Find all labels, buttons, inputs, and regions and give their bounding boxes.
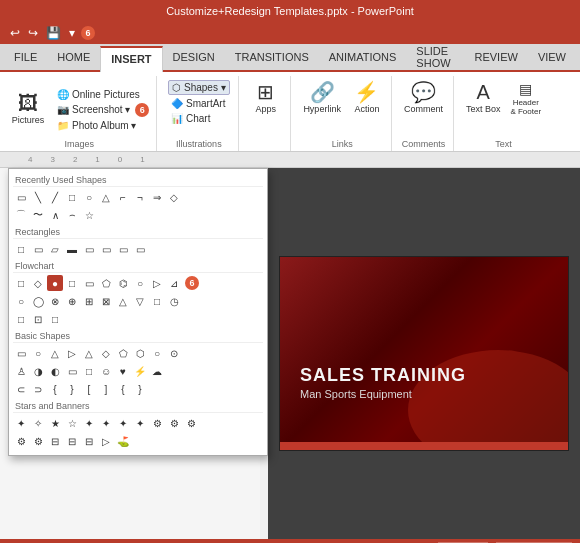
star-5[interactable]: ✦	[81, 415, 97, 431]
star-2[interactable]: ✧	[30, 415, 46, 431]
shape-circle[interactable]: ○	[81, 189, 97, 205]
basic-32[interactable]: ⊃	[30, 381, 46, 397]
shape-corner2[interactable]: ¬	[132, 189, 148, 205]
shape-corner1[interactable]: ⌐	[115, 189, 131, 205]
flow-29[interactable]: □	[149, 293, 165, 309]
basic-38[interactable]: }	[132, 381, 148, 397]
banner-3[interactable]: ⊟	[81, 433, 97, 449]
star-8[interactable]: ✦	[132, 415, 148, 431]
tab-design[interactable]: DESIGN	[163, 44, 225, 70]
rect-3[interactable]: ▱	[47, 241, 63, 257]
shape-wave[interactable]: 〜	[30, 207, 46, 223]
apps-button[interactable]: ⊞ Apps	[248, 80, 284, 116]
chart-button[interactable]: 📊 Chart	[168, 112, 213, 125]
banner-2[interactable]: ⊟	[64, 433, 80, 449]
flow-22[interactable]: ◯	[30, 293, 46, 309]
basic-36[interactable]: ]	[98, 381, 114, 397]
flow-33[interactable]: □	[47, 311, 63, 327]
shape-star[interactable]: ☆	[81, 207, 97, 223]
rect-7[interactable]: ▭	[115, 241, 131, 257]
basic-37[interactable]: {	[115, 381, 131, 397]
action-button[interactable]: ⚡ Action	[349, 80, 385, 116]
basic-2[interactable]: ○	[30, 345, 46, 361]
shapes-button[interactable]: ⬡ Shapes ▾	[168, 80, 230, 95]
basic-35[interactable]: [	[81, 381, 97, 397]
shape-caret[interactable]: ∧	[47, 207, 63, 223]
gear-3[interactable]: ⚙	[183, 415, 199, 431]
basic-22[interactable]: ◑	[30, 363, 46, 379]
save-icon[interactable]: 💾	[44, 24, 63, 42]
flow-28[interactable]: ▽	[132, 293, 148, 309]
rect-1[interactable]: □	[13, 241, 29, 257]
flow-21[interactable]: ○	[13, 293, 29, 309]
basic-6[interactable]: ◇	[98, 345, 114, 361]
basic-21[interactable]: ♙	[13, 363, 29, 379]
tab-view[interactable]: VIEW	[528, 44, 576, 70]
flow-25[interactable]: ⊞	[81, 293, 97, 309]
rect-5[interactable]: ▭	[81, 241, 97, 257]
basic-25[interactable]: □	[81, 363, 97, 379]
basic-23[interactable]: ◐	[47, 363, 63, 379]
shape-diamond[interactable]: ◇	[166, 189, 182, 205]
basic-9[interactable]: ○	[149, 345, 165, 361]
smartart-button[interactable]: 🔷 SmartArt	[168, 97, 228, 110]
basic-29[interactable]: ☁	[149, 363, 165, 379]
shape-tri[interactable]: △	[98, 189, 114, 205]
rect-8[interactable]: ▭	[132, 241, 148, 257]
basic-28[interactable]: ⚡	[132, 363, 148, 379]
flow-8[interactable]: ○	[132, 275, 148, 291]
star-3[interactable]: ★	[47, 415, 63, 431]
shape-line1[interactable]: ╲	[30, 189, 46, 205]
screenshot-button[interactable]: 📷 Screenshot ▾ 6	[54, 102, 152, 118]
tab-slideshow[interactable]: SLIDE SHOW	[406, 44, 464, 70]
shape-arrow[interactable]: ⇒	[149, 189, 165, 205]
comment-button[interactable]: 💬 Comment	[400, 80, 447, 116]
flow-6[interactable]: ⬠	[98, 275, 114, 291]
flow-7[interactable]: ⌬	[115, 275, 131, 291]
flow-1[interactable]: □	[13, 275, 29, 291]
flow-23[interactable]: ⊗	[47, 293, 63, 309]
basic-31[interactable]: ⊂	[13, 381, 29, 397]
redo-icon[interactable]: ↪	[26, 24, 40, 42]
shape-line2[interactable]: ╱	[47, 189, 63, 205]
shape-arc2[interactable]: ⌢	[64, 207, 80, 223]
basic-3[interactable]: △	[47, 345, 63, 361]
star-7[interactable]: ✦	[115, 415, 131, 431]
flow-10[interactable]: ⊿	[166, 275, 182, 291]
banner-4[interactable]: ▷	[98, 433, 114, 449]
basic-7[interactable]: ⬠	[115, 345, 131, 361]
rect-6[interactable]: ▭	[98, 241, 114, 257]
tab-animations[interactable]: ANIMATIONS	[319, 44, 407, 70]
basic-34[interactable]: }	[64, 381, 80, 397]
basic-1[interactable]: ▭	[13, 345, 29, 361]
gear-1[interactable]: ⚙	[149, 415, 165, 431]
hyperlink-button[interactable]: 🔗 Hyperlink	[299, 80, 345, 116]
flow-5[interactable]: ▭	[81, 275, 97, 291]
tab-transitions[interactable]: TRANSITIONS	[225, 44, 319, 70]
gear-4[interactable]: ⚙	[13, 433, 29, 449]
gear-5[interactable]: ⚙	[30, 433, 46, 449]
basic-5[interactable]: △	[81, 345, 97, 361]
star-1[interactable]: ✦	[13, 415, 29, 431]
shape-square[interactable]: □	[64, 189, 80, 205]
banner-5[interactable]: ⛳	[115, 433, 131, 449]
basic-10[interactable]: ⊙	[166, 345, 182, 361]
flow-32[interactable]: ⊡	[30, 311, 46, 327]
online-pictures-button[interactable]: 🌐 Online Pictures	[54, 88, 152, 101]
star-4[interactable]: ☆	[64, 415, 80, 431]
rect-2[interactable]: ▭	[30, 241, 46, 257]
tab-insert[interactable]: INSERT	[100, 46, 162, 72]
flow-3-highlighted[interactable]: ●	[47, 275, 63, 291]
rect-4[interactable]: ▬	[64, 241, 80, 257]
textbox-button[interactable]: A Text Box	[462, 80, 505, 116]
shape-arc[interactable]: ⌒	[13, 207, 29, 223]
flow-26[interactable]: ⊠	[98, 293, 114, 309]
flow-2[interactable]: ◇	[30, 275, 46, 291]
pictures-button[interactable]: 🖼 Pictures	[6, 91, 50, 127]
header-footer-button[interactable]: ▤ Header& Footer	[506, 80, 545, 118]
basic-4[interactable]: ▷	[64, 345, 80, 361]
basic-8[interactable]: ⬡	[132, 345, 148, 361]
star-6[interactable]: ✦	[98, 415, 114, 431]
tab-home[interactable]: HOME	[47, 44, 100, 70]
gear-2[interactable]: ⚙	[166, 415, 182, 431]
